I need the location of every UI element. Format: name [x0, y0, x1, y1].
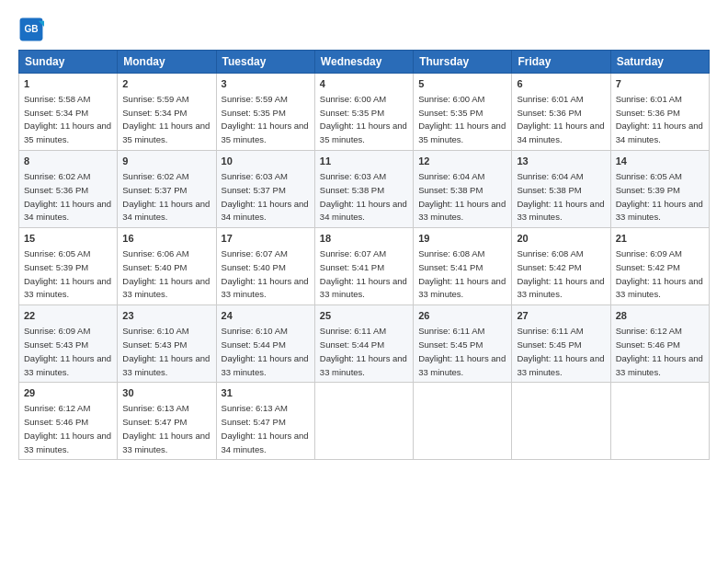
- day-number: 1: [24, 77, 112, 91]
- calendar-day-cell: 2Sunrise: 5:59 AMSunset: 5:34 PMDaylight…: [118, 74, 216, 151]
- day-info: Sunrise: 6:02 AMSunset: 5:37 PMDaylight:…: [122, 171, 210, 222]
- day-info: Sunrise: 5:59 AMSunset: 5:35 PMDaylight:…: [222, 94, 309, 144]
- day-info: Sunrise: 6:11 AMSunset: 5:45 PMDaylight:…: [418, 326, 506, 376]
- day-number: 16: [122, 232, 210, 246]
- day-number: 6: [517, 77, 605, 91]
- day-number: 30: [122, 386, 210, 400]
- day-number: 27: [517, 309, 605, 323]
- day-number: 8: [24, 155, 112, 168]
- day-info: Sunrise: 6:08 AMSunset: 5:41 PMDaylight:…: [418, 248, 506, 299]
- day-info: Sunrise: 6:06 AMSunset: 5:40 PMDaylight:…: [122, 248, 210, 299]
- day-info: Sunrise: 6:13 AMSunset: 5:47 PMDaylight:…: [222, 403, 309, 454]
- logo-icon: GB: [18, 17, 44, 42]
- svg-text:GB: GB: [24, 24, 38, 34]
- calendar-day-cell: 12Sunrise: 6:04 AMSunset: 5:38 PMDayligh…: [414, 151, 512, 228]
- day-info: Sunrise: 6:01 AMSunset: 5:36 PMDaylight:…: [616, 94, 703, 144]
- day-number: 15: [24, 232, 112, 246]
- calendar-day-cell: [414, 383, 512, 460]
- day-info: Sunrise: 5:59 AMSunset: 5:34 PMDaylight:…: [122, 94, 210, 144]
- calendar-day-cell: 25Sunrise: 6:11 AMSunset: 5:44 PMDayligh…: [314, 305, 413, 383]
- calendar-day-cell: [314, 383, 413, 460]
- calendar-day-cell: 23Sunrise: 6:10 AMSunset: 5:43 PMDayligh…: [118, 305, 216, 383]
- day-info: Sunrise: 6:04 AMSunset: 5:38 PMDaylight:…: [418, 171, 506, 222]
- calendar-day-cell: 18Sunrise: 6:07 AMSunset: 5:41 PMDayligh…: [314, 228, 413, 305]
- day-info: Sunrise: 6:05 AMSunset: 5:39 PMDaylight:…: [24, 248, 111, 299]
- day-info: Sunrise: 6:01 AMSunset: 5:36 PMDaylight:…: [517, 94, 604, 144]
- day-number: 28: [616, 309, 704, 323]
- calendar-day-cell: 16Sunrise: 6:06 AMSunset: 5:40 PMDayligh…: [118, 228, 216, 305]
- calendar-day-header: Monday: [118, 51, 216, 74]
- calendar-week-row: 15Sunrise: 6:05 AMSunset: 5:39 PMDayligh…: [19, 228, 710, 305]
- calendar-day-cell: 17Sunrise: 6:07 AMSunset: 5:40 PMDayligh…: [216, 228, 314, 305]
- day-info: Sunrise: 6:12 AMSunset: 5:46 PMDaylight:…: [616, 326, 703, 376]
- calendar-day-header: Tuesday: [216, 51, 314, 74]
- calendar-day-cell: [512, 383, 610, 460]
- day-number: 21: [616, 232, 704, 246]
- calendar-week-row: 8Sunrise: 6:02 AMSunset: 5:36 PMDaylight…: [19, 151, 710, 228]
- calendar-day-cell: 15Sunrise: 6:05 AMSunset: 5:39 PMDayligh…: [19, 228, 118, 305]
- calendar-day-cell: 22Sunrise: 6:09 AMSunset: 5:43 PMDayligh…: [19, 305, 118, 383]
- calendar-day-header: Friday: [512, 51, 610, 74]
- page: GB SundayMondayTuesdayWednesdayThursdayF…: [0, 0, 728, 563]
- calendar-day-cell: 9Sunrise: 6:02 AMSunset: 5:37 PMDaylight…: [118, 151, 216, 228]
- day-number: 2: [122, 77, 210, 91]
- day-info: Sunrise: 6:11 AMSunset: 5:45 PMDaylight:…: [517, 326, 604, 376]
- calendar-table: SundayMondayTuesdayWednesdayThursdayFrid…: [18, 50, 710, 460]
- day-number: 9: [122, 155, 210, 168]
- calendar-day-header: Saturday: [610, 51, 709, 74]
- calendar-day-cell: 13Sunrise: 6:04 AMSunset: 5:38 PMDayligh…: [512, 151, 610, 228]
- calendar-day-cell: 27Sunrise: 6:11 AMSunset: 5:45 PMDayligh…: [512, 305, 610, 383]
- day-info: Sunrise: 6:05 AMSunset: 5:39 PMDaylight:…: [616, 171, 703, 222]
- calendar-day-cell: 11Sunrise: 6:03 AMSunset: 5:38 PMDayligh…: [314, 151, 413, 228]
- calendar-day-cell: 19Sunrise: 6:08 AMSunset: 5:41 PMDayligh…: [414, 228, 512, 305]
- day-info: Sunrise: 6:09 AMSunset: 5:42 PMDaylight:…: [616, 248, 703, 299]
- calendar-day-cell: 21Sunrise: 6:09 AMSunset: 5:42 PMDayligh…: [610, 228, 709, 305]
- day-info: Sunrise: 6:03 AMSunset: 5:37 PMDaylight:…: [222, 171, 309, 222]
- day-number: 29: [24, 386, 112, 400]
- calendar-day-header: Thursday: [414, 51, 512, 74]
- calendar-day-cell: 26Sunrise: 6:11 AMSunset: 5:45 PMDayligh…: [414, 305, 512, 383]
- calendar-day-cell: 30Sunrise: 6:13 AMSunset: 5:47 PMDayligh…: [118, 383, 216, 460]
- calendar-day-cell: 24Sunrise: 6:10 AMSunset: 5:44 PMDayligh…: [216, 305, 314, 383]
- day-number: 3: [222, 77, 310, 91]
- day-info: Sunrise: 6:09 AMSunset: 5:43 PMDaylight:…: [24, 326, 111, 376]
- day-number: 25: [320, 309, 408, 323]
- day-info: Sunrise: 6:03 AMSunset: 5:38 PMDaylight:…: [320, 171, 407, 222]
- day-number: 11: [320, 155, 408, 168]
- calendar-week-row: 1Sunrise: 5:58 AMSunset: 5:34 PMDaylight…: [19, 74, 710, 151]
- day-number: 31: [222, 386, 310, 400]
- calendar-day-cell: 4Sunrise: 6:00 AMSunset: 5:35 PMDaylight…: [314, 74, 413, 151]
- day-number: 22: [24, 309, 112, 323]
- day-info: Sunrise: 6:13 AMSunset: 5:47 PMDaylight:…: [122, 403, 210, 454]
- day-number: 18: [320, 232, 408, 246]
- calendar-header-row: SundayMondayTuesdayWednesdayThursdayFrid…: [19, 51, 710, 74]
- day-number: 7: [616, 77, 704, 91]
- calendar-day-cell: 3Sunrise: 5:59 AMSunset: 5:35 PMDaylight…: [216, 74, 314, 151]
- day-number: 12: [418, 155, 506, 168]
- calendar-day-cell: 5Sunrise: 6:00 AMSunset: 5:35 PMDaylight…: [414, 74, 512, 151]
- header: GB: [18, 17, 710, 42]
- day-number: 13: [517, 155, 605, 168]
- day-number: 20: [517, 232, 605, 246]
- day-info: Sunrise: 6:12 AMSunset: 5:46 PMDaylight:…: [24, 403, 111, 454]
- day-info: Sunrise: 6:00 AMSunset: 5:35 PMDaylight:…: [320, 94, 407, 144]
- day-info: Sunrise: 6:00 AMSunset: 5:35 PMDaylight:…: [418, 94, 506, 144]
- logo: GB: [18, 17, 48, 42]
- calendar-day-cell: 29Sunrise: 6:12 AMSunset: 5:46 PMDayligh…: [19, 383, 118, 460]
- calendar-day-cell: 6Sunrise: 6:01 AMSunset: 5:36 PMDaylight…: [512, 74, 610, 151]
- day-number: 23: [122, 309, 210, 323]
- day-number: 4: [320, 77, 408, 91]
- calendar-day-cell: 28Sunrise: 6:12 AMSunset: 5:46 PMDayligh…: [610, 305, 709, 383]
- day-number: 14: [616, 155, 704, 168]
- day-number: 5: [418, 77, 506, 91]
- day-info: Sunrise: 6:11 AMSunset: 5:44 PMDaylight:…: [320, 326, 407, 376]
- calendar-day-cell: 20Sunrise: 6:08 AMSunset: 5:42 PMDayligh…: [512, 228, 610, 305]
- calendar-day-cell: 14Sunrise: 6:05 AMSunset: 5:39 PMDayligh…: [610, 151, 709, 228]
- day-info: Sunrise: 6:07 AMSunset: 5:40 PMDaylight:…: [222, 248, 309, 299]
- day-info: Sunrise: 6:04 AMSunset: 5:38 PMDaylight:…: [517, 171, 604, 222]
- day-info: Sunrise: 6:10 AMSunset: 5:43 PMDaylight:…: [122, 326, 210, 376]
- day-info: Sunrise: 6:10 AMSunset: 5:44 PMDaylight:…: [222, 326, 309, 376]
- calendar-day-cell: 8Sunrise: 6:02 AMSunset: 5:36 PMDaylight…: [19, 151, 118, 228]
- calendar-week-row: 22Sunrise: 6:09 AMSunset: 5:43 PMDayligh…: [19, 305, 710, 383]
- day-info: Sunrise: 6:02 AMSunset: 5:36 PMDaylight:…: [24, 171, 111, 222]
